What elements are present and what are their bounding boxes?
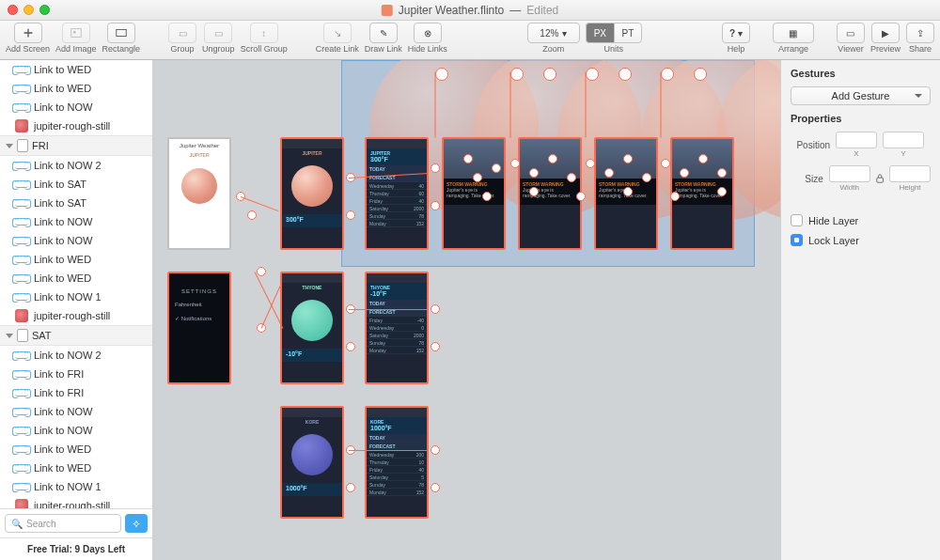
add-screen-button[interactable] (14, 23, 42, 43)
link-node[interactable] (698, 154, 708, 163)
list-item[interactable]: Link to NOW 2 (0, 346, 152, 365)
lock-icon[interactable] (876, 173, 884, 184)
zoom-select[interactable]: 12% ▾ (527, 23, 580, 43)
link-node[interactable] (463, 154, 473, 163)
add-gesture-button[interactable]: Add Gesture (791, 86, 931, 105)
link-node[interactable] (642, 173, 651, 182)
list-item[interactable]: Link to WED (0, 250, 152, 269)
link-node[interactable] (586, 68, 599, 81)
link-node[interactable] (431, 445, 440, 455)
list-item[interactable]: Link to WED (0, 79, 152, 98)
link-node[interactable] (717, 168, 727, 178)
link-node[interactable] (435, 68, 448, 81)
maximize-icon[interactable] (39, 5, 50, 15)
arrange-button[interactable]: ▦ (773, 23, 814, 43)
link-node[interactable] (623, 154, 633, 163)
create-link-button[interactable]: ↘ (323, 23, 352, 43)
list-item[interactable]: jupiter-rough-still (0, 117, 152, 135)
list-item[interactable]: Link to NOW (0, 98, 152, 117)
link-node[interactable] (661, 159, 670, 168)
card-thyone[interactable]: Thyone THYONE -10°F (280, 272, 344, 384)
layer-tree[interactable]: Link to WEDLink to WEDLink to NOWjupiter… (0, 60, 152, 508)
link-node[interactable] (529, 187, 539, 196)
link-node[interactable] (694, 68, 707, 81)
share-button[interactable]: ⇪ (906, 23, 934, 43)
list-item[interactable]: Link to NOW 1 (0, 288, 152, 306)
link-node[interactable] (346, 483, 355, 492)
card-storm[interactable]: StormW… STORM WARNINGJupiter's eye is ra… (442, 137, 506, 250)
link-node[interactable] (619, 68, 632, 81)
hide-layer-checkbox[interactable]: Hide Layer (791, 214, 931, 226)
card-jupiter-home[interactable]: Jupiter-home JUPITER 300°F (280, 137, 344, 250)
list-item[interactable]: Link to WED (0, 269, 152, 288)
canvas[interactable]: ⌂ Welcome Jupiter Weather JUPITER Jupite… (153, 60, 780, 560)
link-node[interactable] (567, 173, 576, 182)
link-node[interactable] (548, 154, 557, 163)
rectangle-button[interactable] (107, 23, 135, 43)
link-node[interactable] (510, 68, 524, 81)
list-item[interactable]: Link to NOW (0, 402, 152, 421)
viewer-button[interactable]: ▭ (837, 23, 865, 43)
hide-links-button[interactable]: ⊗ (414, 23, 442, 43)
card-kore-detail[interactable]: Kore Det… KORE1000°F TODAYFORECASTWednes… (365, 406, 429, 519)
link-node[interactable] (431, 201, 440, 210)
filter-links-button[interactable]: ⟡ (125, 514, 148, 533)
scroll-group-button[interactable]: ↕ (250, 23, 278, 43)
link-node[interactable] (604, 168, 614, 178)
link-node[interactable] (482, 192, 492, 201)
list-item[interactable]: Link to NOW 1 (0, 477, 152, 496)
list-item[interactable]: jupiter-rough-still (0, 306, 152, 325)
link-node[interactable] (346, 342, 355, 351)
link-node[interactable] (717, 187, 727, 196)
link-node[interactable] (576, 192, 586, 201)
group-button[interactable]: ▭ (168, 23, 196, 43)
list-item[interactable]: Link to FRI (0, 383, 152, 402)
link-node[interactable] (431, 163, 440, 173)
link-node[interactable] (623, 187, 633, 196)
link-node[interactable] (473, 173, 482, 182)
search-input[interactable]: 🔍Search (5, 514, 121, 533)
size-height-input[interactable] (889, 165, 931, 182)
draw-link-button[interactable]: ✎ (369, 23, 398, 43)
help-button[interactable]: ?▾ (722, 23, 750, 43)
list-item[interactable]: jupiter-rough-still (0, 496, 152, 508)
link-node[interactable] (431, 342, 440, 351)
lock-layer-checkbox[interactable]: Lock Layer (791, 234, 931, 246)
list-item[interactable]: Link to NOW (0, 212, 152, 231)
ungroup-button[interactable]: ▭ (204, 23, 232, 43)
link-node[interactable] (661, 68, 674, 81)
minimize-icon[interactable] (24, 5, 34, 15)
card-kore[interactable]: Kore KORE 1000°F (280, 406, 344, 519)
list-item[interactable]: Link to NOW (0, 231, 152, 250)
size-width-input[interactable] (829, 165, 870, 182)
card-settings[interactable]: Settings SETTINGS Fahrenheit ✓ Notificat… (167, 272, 231, 384)
preview-button[interactable]: ▶ (871, 23, 900, 43)
link-node[interactable] (529, 168, 539, 178)
link-node[interactable] (346, 210, 355, 220)
list-item[interactable]: Link to WED (0, 440, 152, 459)
link-node[interactable] (492, 163, 501, 173)
close-icon[interactable] (8, 5, 18, 15)
add-image-button[interactable] (62, 23, 90, 43)
group-header[interactable]: SAT (0, 325, 152, 346)
units-pt-button[interactable]: PT (614, 23, 642, 43)
link-node[interactable] (431, 483, 440, 492)
link-node[interactable] (586, 159, 595, 168)
group-header[interactable]: FRI (0, 135, 152, 156)
list-item[interactable]: Link to SAT (0, 175, 152, 194)
list-item[interactable]: Link to NOW 2 (0, 156, 152, 175)
link-node[interactable] (247, 210, 257, 220)
link-node[interactable] (510, 159, 520, 168)
link-node[interactable] (257, 267, 266, 276)
position-x-input[interactable] (836, 132, 877, 148)
units-px-button[interactable]: PX (586, 23, 614, 43)
position-y-input[interactable] (883, 132, 924, 148)
card-welcome[interactable]: ⌂ Welcome Jupiter Weather JUPITER (167, 137, 231, 250)
card-thyone-f[interactable]: Thyone-f… THYONE-10°F TODAYFORECASTFrida… (365, 272, 429, 384)
list-item[interactable]: Link to FRI (0, 365, 152, 383)
link-node[interactable] (670, 192, 680, 201)
card-jupiter-detail[interactable]: Jupiter-d… JUPITER300°F TODAYFORECASTWed… (365, 137, 429, 250)
list-item[interactable]: Link to WED (0, 60, 152, 79)
list-item[interactable]: Link to WED (0, 459, 152, 477)
link-node[interactable] (680, 168, 689, 178)
